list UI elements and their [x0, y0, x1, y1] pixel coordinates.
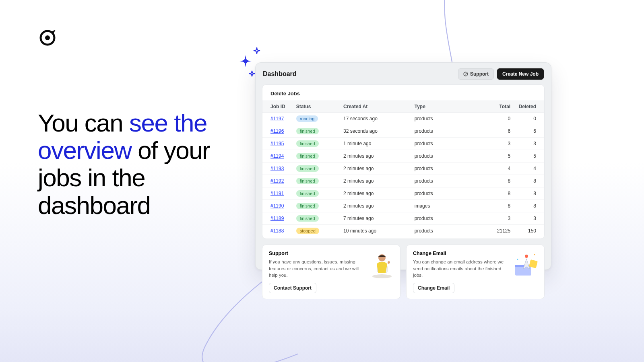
support-card-body: If you have any questions, issues, missi… — [269, 259, 361, 279]
cell-created: 2 minutes ago — [343, 162, 415, 175]
table-header-row: Job ID Status Created At Type Total Dele… — [262, 101, 544, 113]
cell-type: products — [415, 138, 475, 150]
col-total: Total — [475, 101, 510, 113]
status-badge: finished — [296, 153, 319, 159]
job-id-link[interactable]: #1191 — [270, 191, 284, 196]
col-status: Status — [296, 101, 343, 113]
cell-total: 8 — [475, 187, 510, 200]
change-email-card-body: You can change an email address where we… — [413, 259, 506, 279]
status-badge: finished — [296, 140, 319, 147]
table-row: #1196finished32 seconds agoproducts66 — [262, 125, 544, 138]
cell-deleted: 3 — [510, 212, 544, 225]
create-new-job-button[interactable]: Create New Job — [497, 68, 544, 80]
cell-total: 3 — [475, 138, 510, 150]
table-row: #1189finished7 minutes agoproducts33 — [262, 212, 544, 225]
jobs-table: Job ID Status Created At Type Total Dele… — [262, 101, 544, 237]
cell-created: 1 minute ago — [343, 138, 415, 150]
cell-deleted: 150 — [510, 225, 544, 237]
cell-deleted: 5 — [510, 150, 544, 162]
cell-created: 2 minutes ago — [343, 175, 415, 187]
change-email-label: Change Email — [418, 285, 450, 291]
col-created: Created At — [343, 101, 415, 113]
cell-created: 2 minutes ago — [343, 150, 415, 162]
status-badge: running — [296, 115, 318, 122]
job-id-link[interactable]: #1190 — [270, 203, 284, 209]
table-row: #1195finished1 minute agoproducts33 — [262, 138, 544, 150]
help-icon — [463, 72, 468, 76]
email-illustration — [512, 251, 540, 279]
status-badge: finished — [296, 165, 319, 172]
cell-deleted: 8 — [510, 187, 544, 200]
col-job-id: Job ID — [262, 101, 296, 113]
support-button-label: Support — [470, 71, 489, 77]
cell-created: 17 seconds ago — [343, 113, 415, 125]
cell-type: products — [415, 225, 475, 237]
table-row: #1194finished2 minutes agoproducts55 — [262, 150, 544, 162]
sparkle-icon — [233, 45, 266, 81]
status-badge: finished — [296, 203, 319, 209]
cell-type: products — [415, 187, 475, 200]
cell-created: 7 minutes ago — [343, 212, 415, 225]
job-id-link[interactable]: #1195 — [270, 141, 284, 146]
cell-type: products — [415, 125, 475, 138]
change-email-card: Change Email You can change an email add… — [406, 245, 545, 299]
job-id-link[interactable]: #1197 — [270, 116, 284, 121]
col-type: Type — [415, 101, 475, 113]
cell-created: 32 seconds ago — [343, 125, 415, 138]
window-header: Dashboard Support Create New Job — [256, 63, 551, 84]
table-row: #1190finished2 minutes agoimages88 — [262, 200, 544, 212]
table-row: #1191finished2 minutes agoproducts88 — [262, 187, 544, 200]
cell-type: products — [415, 150, 475, 162]
window-actions: Support Create New Job — [458, 68, 544, 80]
cell-type: products — [415, 175, 475, 187]
status-badge: stopped — [296, 228, 319, 234]
cell-deleted: 0 — [510, 113, 544, 125]
table-row: #1188stopped10 minutes agoproducts211251… — [262, 225, 544, 237]
jobs-panel: Delete Jobs Job ID Status Created At Typ… — [262, 84, 545, 239]
status-badge: finished — [296, 190, 319, 197]
job-id-link[interactable]: #1196 — [270, 128, 284, 134]
contact-support-label: Contact Support — [274, 285, 312, 291]
status-badge: finished — [296, 215, 319, 222]
cell-total: 3 — [475, 212, 510, 225]
status-badge: finished — [296, 128, 319, 134]
jobs-panel-title: Delete Jobs — [262, 90, 544, 101]
change-email-button[interactable]: Change Email — [413, 283, 454, 293]
cell-total: 4 — [475, 162, 510, 175]
svg-point-10 — [525, 255, 528, 258]
job-id-link[interactable]: #1194 — [270, 153, 284, 159]
job-id-link[interactable]: #1189 — [270, 216, 284, 221]
cell-total: 8 — [475, 175, 510, 187]
brand-logo — [38, 28, 57, 47]
cell-total: 6 — [475, 125, 510, 138]
table-row: #1193finished2 minutes agoproducts44 — [262, 162, 544, 175]
support-card: Support If you have any questions, issue… — [262, 245, 400, 299]
cell-total: 0 — [475, 113, 510, 125]
col-deleted: Deleted — [510, 101, 544, 113]
job-id-link[interactable]: #1192 — [270, 178, 284, 184]
cell-deleted: 6 — [510, 125, 544, 138]
page-headline: You can see the overview of your jobs in… — [38, 109, 231, 219]
cell-total: 8 — [475, 200, 510, 212]
svg-point-11 — [534, 254, 535, 255]
svg-point-4 — [372, 274, 392, 278]
cell-type: images — [415, 200, 475, 212]
support-button[interactable]: Support — [458, 68, 494, 80]
svg-point-1 — [45, 35, 50, 40]
svg-point-12 — [517, 259, 518, 260]
job-id-link[interactable]: #1188 — [270, 228, 284, 234]
cell-total: 21125 — [475, 225, 510, 237]
cell-type: products — [415, 113, 475, 125]
cell-created: 2 minutes ago — [343, 200, 415, 212]
contact-support-button[interactable]: Contact Support — [269, 283, 316, 293]
cell-created: 2 minutes ago — [343, 187, 415, 200]
table-row: #1192finished2 minutes agoproducts88 — [262, 175, 544, 187]
job-id-link[interactable]: #1193 — [270, 166, 284, 171]
cell-total: 5 — [475, 150, 510, 162]
table-row: #1197running17 seconds agoproducts00 — [262, 113, 544, 125]
cards-row: Support If you have any questions, issue… — [256, 245, 551, 306]
status-badge: finished — [296, 178, 319, 184]
cell-deleted: 3 — [510, 138, 544, 150]
svg-point-3 — [465, 75, 466, 75]
cell-deleted: 8 — [510, 200, 544, 212]
